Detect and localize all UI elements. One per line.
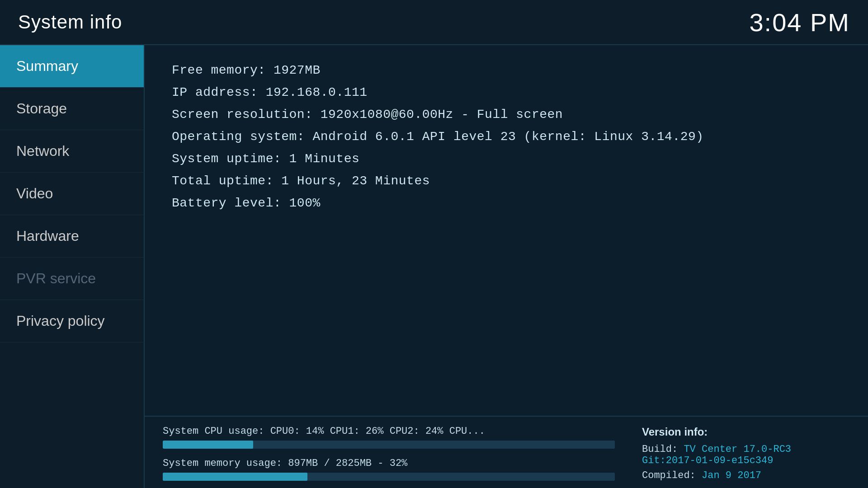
memory-progress-fill <box>163 473 307 481</box>
sidebar-item-pvr-service: PVR service <box>0 258 144 300</box>
version-section: Version info: Build: TV Center 17.0-RC3 … <box>642 426 850 479</box>
cpu-progress-bar <box>163 441 615 449</box>
memory-usage-label: System memory usage: 897MB / 2825MB - 32… <box>163 458 615 469</box>
info-line: System uptime: 1 Minutes <box>172 152 841 166</box>
memory-progress-bar <box>163 473 615 481</box>
sidebar: Summary Storage Network Video Hardware P… <box>0 45 145 488</box>
header: System info 3:04 PM <box>0 0 868 45</box>
sidebar-item-network[interactable]: Network <box>0 130 144 173</box>
sidebar-item-video[interactable]: Video <box>0 173 144 215</box>
compiled-label: Compiled: <box>642 470 696 481</box>
compiled-line: Compiled: Jan 9 2017 <box>642 470 850 481</box>
sidebar-item-hardware[interactable]: Hardware <box>0 215 144 258</box>
info-line: Screen resolution: 868x488@60.00Hz - F… <box>172 108 841 122</box>
sidebar-item-privacy-policy[interactable]: Privacy policy <box>0 300 144 343</box>
info-line: Free memory: 1927MB <box>172 63 841 77</box>
content-area: Free memory: 1927MBIP address: 192.168.0… <box>145 45 868 488</box>
app-title: System info <box>18 11 122 33</box>
version-info-title: Version info: <box>642 426 850 438</box>
compiled-value: Jan 9 2017 <box>702 470 761 481</box>
build-label: Build: <box>642 444 678 455</box>
info-line: Total uptime: 1 Hours, 23 Minutes <box>172 174 841 188</box>
sidebar-item-summary[interactable]: Summary <box>0 45 144 88</box>
build-line: Build: TV Center 17.0-RC3 Git:2017-01-09… <box>642 444 850 466</box>
cpu-progress-fill <box>163 441 253 449</box>
summary-content: Free memory: 1927MBIP address: 192.168.0… <box>145 45 868 416</box>
info-line: Operating system: Android 6.0.1 API leve… <box>172 130 841 144</box>
current-time: 3:04 PM <box>749 8 850 37</box>
info-line: Battery level: 100% <box>172 196 841 210</box>
cpu-usage-label: System CPU usage: CPU0: 14% CPU1: 26% CP… <box>163 426 615 437</box>
main-area: Summary Storage Network Video Hardware P… <box>0 45 868 488</box>
info-line: IP address: 192.168.0.111 <box>172 85 841 99</box>
footer-bar: System CPU usage: CPU0: 14% CPU1: 26% CP… <box>145 416 868 488</box>
sidebar-item-storage[interactable]: Storage <box>0 88 144 130</box>
usage-section: System CPU usage: CPU0: 14% CPU1: 26% CP… <box>163 426 615 479</box>
